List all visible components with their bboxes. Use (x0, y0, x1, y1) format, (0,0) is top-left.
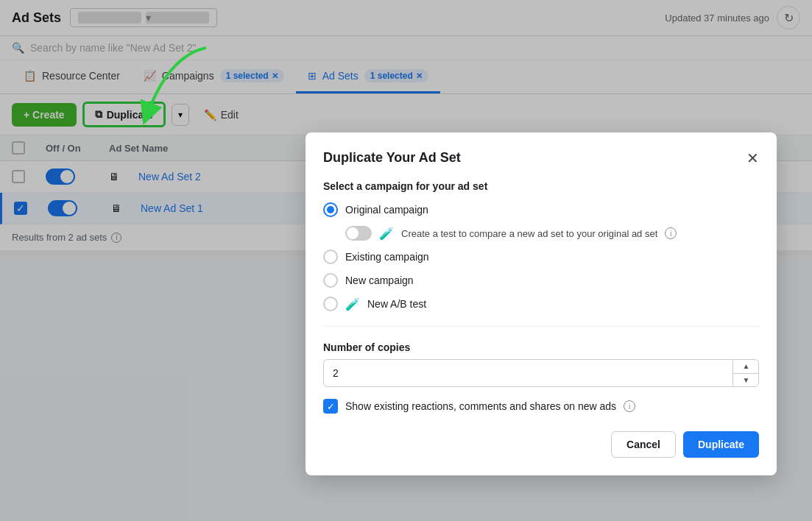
cancel-button[interactable]: Cancel (611, 431, 676, 458)
radio-original-circle[interactable] (323, 202, 338, 217)
number-of-copies-section: Number of copies ▲ ▼ (323, 341, 759, 387)
reactions-info-icon[interactable]: i (624, 400, 635, 412)
radio-ab-label: New A/B test (367, 298, 426, 310)
radio-new-label: New campaign (345, 274, 414, 286)
duplicate-modal: Duplicate Your Ad Set ✕ Select a campaig… (306, 132, 777, 475)
modal-divider (323, 326, 759, 327)
number-input-container: ▲ ▼ (323, 359, 759, 387)
modal-close-button[interactable]: ✕ (746, 151, 759, 166)
radio-existing-circle[interactable] (323, 249, 338, 264)
reactions-label: Show existing reactions, comments and sh… (345, 400, 616, 412)
radio-existing-label: Existing campaign (345, 251, 429, 263)
test-sub-option: 🧪 Create a test to compare a new ad set … (345, 226, 759, 241)
radio-original[interactable]: Original campaign (323, 202, 759, 217)
spinner-up[interactable]: ▲ (733, 359, 759, 374)
radio-ab-circle[interactable] (323, 297, 338, 311)
test-label: Create a test to compare a new ad set to… (401, 228, 657, 239)
modal-header: Duplicate Your Ad Set ✕ (323, 150, 759, 166)
test-info-icon[interactable]: i (665, 227, 677, 239)
modal-duplicate-button[interactable]: Duplicate (683, 431, 759, 458)
campaign-radio-group: Original campaign 🧪 Create a test to com… (323, 202, 759, 311)
radio-original-label: Original campaign (345, 204, 428, 216)
modal-footer: Cancel Duplicate (323, 431, 759, 458)
radio-new-circle[interactable] (323, 273, 338, 288)
spinner-down[interactable]: ▼ (733, 374, 759, 388)
reactions-checkbox[interactable]: ✓ (323, 399, 338, 414)
number-copies-input[interactable] (323, 359, 759, 387)
radio-existing[interactable]: Existing campaign (323, 249, 759, 264)
reactions-checkbox-row[interactable]: ✓ Show existing reactions, comments and … (323, 399, 759, 414)
number-copies-label: Number of copies (323, 341, 759, 353)
radio-new-campaign[interactable]: New campaign (323, 273, 759, 288)
campaign-section-label: Select a campaign for your ad set (323, 180, 759, 192)
flask-icon: 🧪 (379, 227, 394, 241)
test-toggle[interactable] (345, 226, 372, 241)
ab-test-icon: 🧪 (345, 297, 360, 311)
number-spinners: ▲ ▼ (732, 359, 759, 387)
radio-ab-test[interactable]: 🧪 New A/B test (323, 297, 759, 311)
modal-title: Duplicate Your Ad Set (323, 150, 461, 166)
